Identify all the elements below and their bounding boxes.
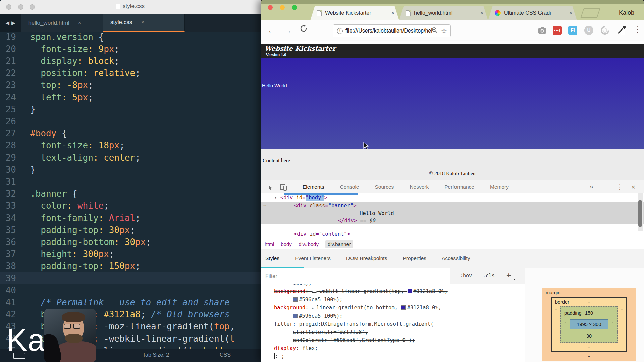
devtools-tab-elements[interactable]: Elements [303,184,324,190]
profile-button[interactable]: Kalob [619,9,634,16]
devtools-tab-performance[interactable]: Performance [444,184,474,190]
tab-dom-breakpoints[interactable]: DOM Breakpoints [346,255,387,261]
hover-state-toggle[interactable]: :hov [460,273,472,279]
code-line: 31 [0,176,261,188]
forward-button[interactable]: → [283,25,292,36]
device-toolbar-icon[interactable] [279,183,287,192]
screenshot-extension-icon[interactable] [538,26,547,35]
css-declaration[interactable]: display: flex; [261,344,525,352]
css-declaration[interactable]: #596ca5 100%); [261,312,525,320]
devtools-tab-network[interactable]: Network [410,184,429,190]
new-tab-button[interactable] [580,8,600,18]
code-line: 21 display: block; [0,55,261,67]
browser-tab-css-gradient[interactable]: Ultimate CSS Gradi × [488,6,577,20]
padding-bottom-value[interactable]: 30 [561,333,617,339]
css-declaration[interactable]: : ; [261,352,525,360]
tab-scroll-arrows[interactable]: ◀ ▶ [0,14,21,32]
scrollbar-thumb[interactable] [638,200,642,227]
close-tab-icon[interactable]: × [480,10,483,16]
browser-tab-hello-world[interactable]: hello_world.html × [399,6,488,20]
color-swatch[interactable] [401,305,406,310]
new-style-rule-button[interactable]: + [506,270,511,280]
tab-properties[interactable]: Properties [402,255,426,261]
css-declaration[interactable]: 100%); [261,284,525,287]
close-window-button[interactable] [268,5,273,10]
css-declaration[interactable]: background: ▸ linear-gradient(to bottom,… [261,304,525,312]
minimize-window-button[interactable] [280,5,285,10]
border-left-value[interactable]: - [552,306,560,343]
scroll-right-icon[interactable]: ▶ [11,20,15,26]
tab-styles[interactable]: Styles [265,255,279,261]
dom-tree-row[interactable]: Hello World [261,209,644,217]
color-swatch[interactable] [293,297,298,302]
maximize-window-button[interactable] [292,5,297,10]
close-tab-icon[interactable]: × [78,20,82,26]
expand-arrow-icon[interactable]: ▾ [274,194,277,201]
color-swatch[interactable] [293,314,298,318]
breadcrumb-div-banner[interactable]: div.banner [325,240,353,248]
password-manager-extension-icon[interactable]: •••| [553,26,562,35]
devtools-tab-console[interactable]: Console [340,184,359,190]
color-picker-extension-icon[interactable] [616,26,626,35]
tab-event-listeners[interactable]: Event Listeners [295,255,331,261]
styles-filter-input[interactable] [261,268,450,284]
border-right-value[interactable]: - [618,306,626,343]
code-text: padding-bottom: 30px; [21,236,151,248]
dom-tree[interactable]: ▾<div id="body">⋯<div class="banner">Hel… [261,193,644,239]
breadcrumb-html[interactable]: html [265,241,274,247]
u-extension-icon[interactable]: U [584,26,593,35]
css-declaration[interactable]: background: ▸ -webkit-linear-gradient(to… [261,287,525,296]
browser-menu-icon[interactable]: ⋮ [634,25,641,34]
dom-tree-row[interactable]: <div id="content"> [261,230,636,238]
reload-button[interactable] [300,24,308,35]
breadcrumb-body[interactable]: body [281,241,292,247]
back-button[interactable]: ← [267,25,276,36]
editor-tab-style-css[interactable]: style.css × [103,14,185,32]
css-rules-pane[interactable]: 100%);background: ▸ -webkit-linear-gradi… [261,284,525,362]
devtools-menu-icon[interactable]: ⋮ [616,183,623,191]
page-info-icon[interactable]: i [337,28,343,34]
close-tab-icon[interactable]: × [569,10,572,16]
tab-accessibility[interactable]: Accessibility [442,255,470,261]
inspect-element-icon[interactable] [266,183,274,192]
dom-tree-row[interactable]: </div> == $0 [261,217,644,224]
code-line: 29 text-align: center; [0,152,261,164]
close-tab-icon[interactable]: × [141,19,144,26]
font-inspector-extension-icon[interactable]: FI [568,26,577,35]
line-number: 30 [0,164,21,176]
close-devtools-icon[interactable]: × [631,183,635,191]
class-toggle[interactable]: .cls [483,273,495,279]
bookmark-star-icon[interactable]: ☆ [441,27,447,35]
css-declaration[interactable]: #596ca5 100%); [261,296,525,304]
more-tabs-icon[interactable]: » [590,183,593,190]
browser-tab-website-kickstarter[interactable]: Website Kickstarter × [310,6,399,20]
dom-tree-row[interactable]: ⋯<div class="banner"> [261,202,644,209]
css-declaration[interactable]: startColorstr='#3121a8', [261,328,525,336]
margin-bottom-value[interactable]: - [542,354,636,359]
padding-right-value[interactable]: - [608,319,617,329]
margin-left-value[interactable]: - [542,297,551,352]
padding-left-value[interactable]: - [561,319,570,329]
margin-right-value[interactable]: - [627,297,636,352]
address-bar[interactable]: i file:///Users/kalobtaulien/Desktop/hel… [333,24,451,37]
box-model-content[interactable]: 1995 × 300 [570,319,608,329]
code-text: color: white; [21,200,109,212]
url-text[interactable]: file:///Users/kalobtaulien/Desktop/hello… [345,28,432,34]
css-declaration[interactable]: endColorstr='#596ca5',GradientType=0 ); [261,336,525,344]
zoom-out-icon[interactable] [432,27,438,35]
devtools-tab-memory[interactable]: Memory [490,184,509,190]
breadcrumb-div-body[interactable]: div#body [299,241,319,247]
dom-tree-row[interactable]: ▾<div id="body"> [261,194,636,201]
border-bottom-value[interactable]: - [552,344,626,350]
code-area[interactable]: 19span.version {20 font-size: 9px;21 dis… [0,31,261,349]
editor-tab-hello-world[interactable]: hello_world.html × [21,14,103,32]
color-swatch[interactable] [408,289,412,293]
devtools-tab-sources[interactable]: Sources [375,184,394,190]
tab-size-indicator[interactable]: Tab Size: 2 [143,352,169,358]
swirl-extension-icon[interactable] [600,26,609,35]
dom-scrollbar[interactable] [638,193,643,231]
scroll-left-icon[interactable]: ◀ [5,20,9,26]
css-declaration[interactable]: filter: progid:DXImageTransform.Microsof… [261,320,525,328]
close-tab-icon[interactable]: × [391,10,394,16]
syntax-indicator[interactable]: CSS [220,352,231,358]
